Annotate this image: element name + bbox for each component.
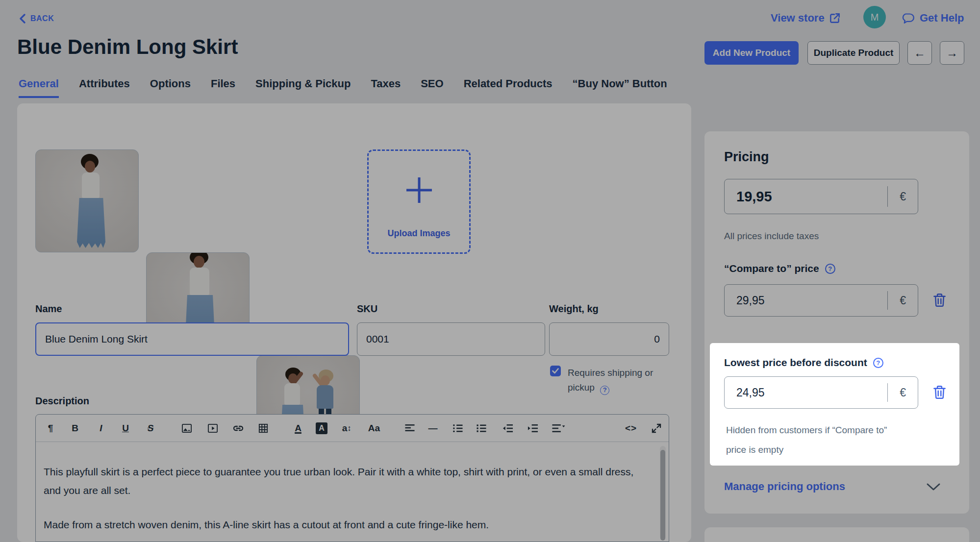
- lowest-divider: [887, 383, 888, 402]
- lowest-price-input[interactable]: [736, 386, 887, 399]
- lowest-price-help-icon[interactable]: ?: [873, 358, 883, 368]
- lowest-price-spotlight: Lowest price before discount ? € Hidden …: [710, 343, 959, 466]
- lowest-price-helper-text: Hidden from customers if “Compare to” pr…: [726, 420, 887, 460]
- lowest-price-field[interactable]: €: [724, 376, 918, 409]
- delete-lowest-price-icon[interactable]: [933, 385, 946, 399]
- lowest-currency: €: [900, 386, 906, 399]
- lowest-price-label: Lowest price before discount: [724, 357, 867, 369]
